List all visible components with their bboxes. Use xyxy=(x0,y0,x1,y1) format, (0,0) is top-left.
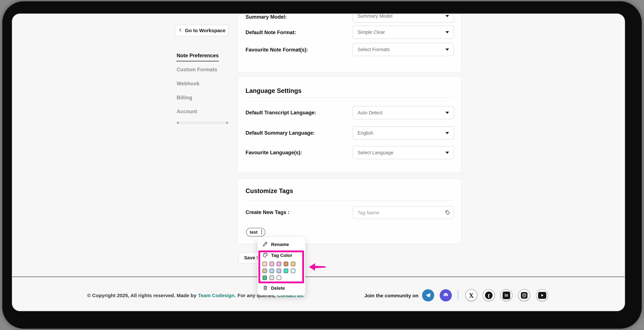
tag-color-swatch-grid xyxy=(262,262,298,280)
sidebar-item-webhook[interactable]: Webhook xyxy=(177,81,200,87)
linkedin-icon[interactable]: in xyxy=(500,289,512,301)
default-note-format-label: Default Note Format: xyxy=(246,30,296,36)
pencil-icon xyxy=(262,241,268,248)
color-swatch[interactable] xyxy=(284,262,288,266)
sidebar-horizontal-scrollbar[interactable] xyxy=(176,121,229,124)
settings-page: Go to Workspace Note Preferences Custom … xyxy=(12,14,624,311)
tag-name-field-wrap xyxy=(353,206,454,219)
scroll-left-arrow-icon[interactable] xyxy=(177,122,178,124)
color-swatch[interactable] xyxy=(262,269,267,273)
discord-icon[interactable] xyxy=(440,289,452,301)
chevron-left-icon xyxy=(178,28,182,33)
instagram-icon[interactable] xyxy=(518,289,530,301)
x-twitter-icon[interactable]: X xyxy=(465,289,478,301)
default-transcript-language-dropdown[interactable]: Auto Detect xyxy=(353,106,454,119)
summary-model-dropdown[interactable]: Summary Model xyxy=(353,14,454,23)
palette-icon xyxy=(262,252,268,259)
join-community-text: Join the community on xyxy=(364,293,418,298)
menu-item-rename[interactable]: Rename xyxy=(262,241,289,248)
favourite-languages-value: Select Language xyxy=(358,150,394,155)
default-summary-language-value: English xyxy=(358,130,373,136)
kebab-menu-icon[interactable] xyxy=(261,229,262,235)
color-swatch[interactable] xyxy=(277,269,281,273)
chevron-down-icon xyxy=(446,112,449,114)
facebook-icon[interactable]: f xyxy=(483,289,495,301)
youtube-icon[interactable] xyxy=(536,289,548,301)
color-swatch[interactable] xyxy=(277,262,281,266)
default-transcript-language-label: Default Transcript Language: xyxy=(246,110,316,116)
tag-icon xyxy=(445,210,450,216)
color-swatch[interactable] xyxy=(270,276,274,280)
chevron-down-icon xyxy=(446,132,449,134)
color-swatch[interactable] xyxy=(270,269,274,273)
trash-icon xyxy=(262,285,268,291)
social-separator xyxy=(458,291,458,300)
sidebar-item-account[interactable]: Account xyxy=(177,109,197,114)
favourite-note-format-label: Favourite Note Format(s): xyxy=(246,47,308,53)
go-to-workspace-label: Go to Workspace xyxy=(185,28,226,33)
chevron-down-icon xyxy=(446,15,449,17)
color-swatch[interactable] xyxy=(262,276,267,280)
summary-model-label: Summary Model: xyxy=(246,14,287,20)
color-swatch[interactable] xyxy=(291,269,295,273)
default-transcript-language-value: Auto Detect xyxy=(358,110,383,115)
tag-context-menu: Rename Tag Color xyxy=(258,237,305,295)
go-to-workspace-button[interactable]: Go to Workspace xyxy=(175,25,228,36)
tag-chip-test[interactable]: test xyxy=(246,228,265,236)
default-summary-language-label: Default Summary Language: xyxy=(246,130,315,136)
language-settings-title: Language Settings xyxy=(246,87,302,94)
sidebar-item-custom-formats[interactable]: Custom Formats xyxy=(177,67,217,73)
favourite-note-format-value: Select Formats xyxy=(358,47,390,52)
default-summary-language-dropdown[interactable]: English xyxy=(353,126,454,140)
summary-model-value: Summary Model xyxy=(358,14,392,19)
card-divider xyxy=(246,97,454,98)
card-divider xyxy=(246,201,454,201)
scroll-right-arrow-icon[interactable] xyxy=(226,122,228,124)
tag-name-input[interactable] xyxy=(353,206,454,219)
menu-item-tag-color[interactable]: Tag Color xyxy=(262,252,292,259)
team-codesign-link[interactable]: Team Codesign. xyxy=(198,293,236,298)
default-note-format-dropdown[interactable]: Simple Clear xyxy=(353,26,454,39)
copyright-text: © Copyright 2025, All rights reserved. M… xyxy=(87,293,196,298)
default-note-format-value: Simple Clear xyxy=(358,30,385,35)
chevron-down-icon xyxy=(446,49,449,51)
annotation-arrow-icon xyxy=(309,262,326,273)
active-nav-underline xyxy=(176,61,219,61)
footer-divider xyxy=(12,276,624,277)
chevron-down-icon xyxy=(446,152,449,154)
screenshot-stage: Go to Workspace Note Preferences Custom … xyxy=(0,0,644,330)
customize-tags-title: Customize Tags xyxy=(246,188,293,195)
tag-chip-label: test xyxy=(250,230,258,235)
color-swatch[interactable] xyxy=(291,262,295,266)
favourite-note-format-dropdown[interactable]: Select Formats xyxy=(353,43,454,56)
chevron-down-icon xyxy=(446,31,449,33)
favourite-languages-dropdown[interactable]: Select Language xyxy=(353,146,454,159)
sidebar-item-billing[interactable]: Billing xyxy=(177,95,192,101)
color-swatch[interactable] xyxy=(270,262,274,266)
telegram-icon[interactable] xyxy=(422,289,434,301)
favourite-languages-label: Favourite Language(s): xyxy=(246,150,302,155)
color-swatch[interactable] xyxy=(277,276,281,280)
color-swatch[interactable] xyxy=(262,262,267,266)
create-new-tags-label: Create New Tags : xyxy=(246,209,289,215)
sidebar-item-note-preferences[interactable]: Note Preferences xyxy=(177,53,219,59)
color-swatch[interactable] xyxy=(284,269,288,273)
menu-item-delete[interactable]: Delete xyxy=(262,285,285,291)
